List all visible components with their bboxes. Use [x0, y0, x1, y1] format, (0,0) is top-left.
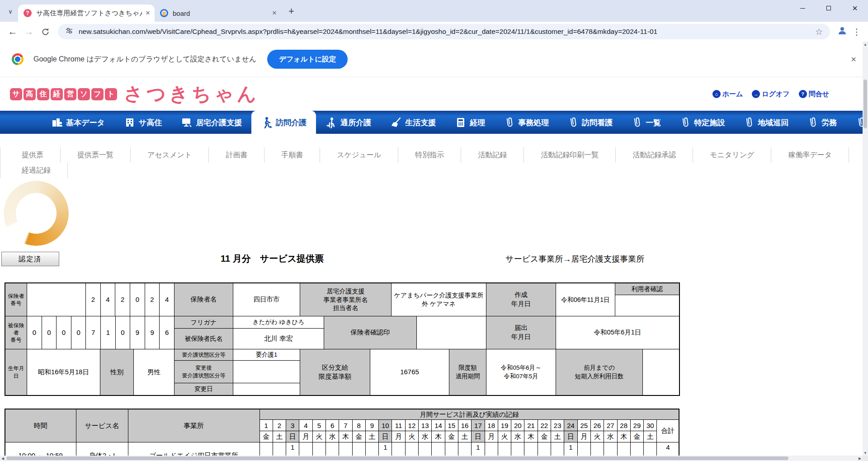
subnav-assessment[interactable]: アセスメント [131, 147, 209, 163]
browser-tab-satsukichan[interactable]: ? サ高住専用経営ソフトさつきちゃん × [18, 5, 155, 22]
day-value-cell [498, 442, 511, 456]
subnav-teikyohyo-ichiran[interactable]: 提供票一覧 [61, 147, 131, 163]
day-value-cell [511, 442, 524, 456]
scroll-left-icon[interactable]: ◀ [0, 456, 5, 461]
day-weekday-cell: 土 [644, 431, 657, 442]
change-date-value [233, 383, 300, 395]
day-number-cell: 12 [405, 420, 418, 431]
day-number-cell: 1 [259, 420, 273, 431]
vertical-scrollbar-thumb[interactable] [863, 80, 867, 128]
row-service-name: 身体2・I [76, 442, 128, 456]
digit-cell: 1 [101, 316, 116, 349]
day-weekday-cell: 土 [458, 431, 471, 442]
loading-spinner [4, 181, 69, 246]
nav-item-houmon-kaigo[interactable]: 訪問介護 [251, 111, 316, 134]
subnav-katsudo-kiroku-insatsu[interactable]: 活動記録印刷一覧 [524, 147, 616, 163]
nav-item-tsusho-kaigo[interactable]: 通所介護 [316, 111, 381, 134]
set-default-button[interactable]: デフォルトに設定 [267, 50, 348, 69]
close-icon[interactable]: × [272, 9, 277, 18]
kebab-menu-icon[interactable]: ⋮ [850, 27, 863, 37]
nav-item-basic-data[interactable]: 基本データ [42, 111, 114, 134]
url-text[interactable]: new.satsukichan.com/web/VisitCare/Cphead… [79, 28, 811, 36]
logoff-link[interactable]: →ログオフ [752, 90, 789, 99]
subnav-keika-kiroku[interactable]: 経過記録 [5, 163, 68, 178]
inquiry-link[interactable]: ?問合せ [799, 90, 829, 99]
nav-label: 地域巡回 [758, 118, 788, 128]
tune-icon[interactable] [65, 27, 73, 37]
vertical-scrollbar[interactable]: ▲ ▼ [863, 42, 868, 456]
nav-item-roumu[interactable]: 労務 [798, 111, 846, 134]
gender-label: 性別 [100, 349, 134, 395]
scroll-right-icon[interactable]: ▶ [857, 456, 863, 461]
back-icon[interactable]: ← [5, 24, 21, 40]
day-weekday-cell: 水 [604, 431, 617, 442]
page-content: 提供票 提供票一覧 アセスメント 計画書 手順書 スケジュール 特別指示 活動記… [0, 134, 863, 461]
day-value-cell [352, 442, 365, 456]
insurer-name-value: 四日市市 [233, 283, 300, 316]
scroll-down-icon[interactable]: ▼ [863, 450, 868, 456]
nav-item-chiiki-junkai[interactable]: 地域巡回 [734, 111, 798, 134]
horizontal-scrollbar-thumb[interactable] [6, 456, 788, 460]
care-level-label: 要介護状態区分等 [175, 349, 233, 361]
nav-item-jimu-shori[interactable]: 事務処理 [495, 111, 558, 134]
header-links: ⌂ホーム →ログオフ ?問合せ [712, 90, 829, 99]
close-window-button[interactable]: × [842, 0, 868, 16]
subnav-keikakusho[interactable]: 計画書 [209, 147, 264, 163]
maximize-button[interactable] [816, 0, 842, 16]
day-number-cell: 21 [524, 420, 538, 431]
day-weekday-cell: 月 [299, 431, 312, 442]
day-weekday-cell: 木 [432, 431, 445, 442]
subnav-katsudo-kiroku-shonin[interactable]: 活動記録承認 [616, 147, 693, 163]
change-date-label: 変更日 [175, 383, 233, 395]
day-number-cell: 19 [498, 420, 511, 431]
logo-text: さつきちゃん [124, 85, 259, 103]
nav-item-sakoju[interactable]: サ高住 [114, 111, 171, 134]
horizontal-scrollbar[interactable]: ◀ ▶ [0, 456, 863, 461]
chevron-down-icon[interactable]: ∨ [4, 3, 17, 20]
url-bar[interactable]: new.satsukichan.com/web/VisitCare/Cphead… [58, 24, 830, 39]
digit-cell: 9 [130, 316, 145, 349]
insurer-number-blank [27, 283, 86, 316]
subnav-katsudo-kiroku[interactable]: 活動記録 [461, 147, 524, 163]
approved-status-button[interactable]: 認定済 [1, 252, 59, 266]
subnav-schedule[interactable]: スケジュール [320, 147, 398, 163]
forward-icon[interactable]: → [21, 24, 37, 40]
day-weekday-cell: 土 [365, 431, 378, 442]
subnav-tokubetsu-shiji[interactable]: 特別指示 [398, 147, 461, 163]
digit-cell: 7 [86, 316, 101, 349]
insured-name-labels: フリガナ 被保険者氏名 [175, 316, 233, 349]
subnav-teikyohyo[interactable]: 提供票 [5, 147, 61, 163]
nav-item-seikatsu-shien[interactable]: 生活支援 [381, 111, 445, 134]
nav-item-tokutei-shisetsu[interactable]: 特定施設 [670, 111, 734, 134]
subnav-kadoritsu-data[interactable]: 稼働率データ [771, 147, 849, 163]
home-link[interactable]: ⌂ホーム [712, 90, 743, 99]
subnav-tejunsho[interactable]: 手順書 [264, 147, 320, 163]
profile-avatar-icon[interactable] [835, 25, 850, 38]
browser-tab-board[interactable]: board × [155, 5, 281, 22]
nav-label: 通所介護 [340, 118, 371, 128]
bookmark-star-icon[interactable]: ☆ [815, 27, 823, 37]
digit-cell: 0 [71, 316, 86, 349]
scroll-up-icon[interactable]: ▲ [863, 42, 868, 47]
nav-item-keiri[interactable]: 経理 [445, 111, 495, 134]
close-icon[interactable]: × [146, 9, 150, 18]
day-value-cell: 1 [472, 442, 485, 456]
insurer-number-label: 保険者 番号 [5, 283, 27, 316]
close-icon[interactable]: × [851, 54, 856, 65]
minimize-button[interactable] [789, 0, 816, 16]
prev-month-label: 前月までの 短期入所利用日数 [556, 349, 643, 395]
nav-item-ichiran[interactable]: 一覧 [622, 111, 670, 134]
subnav-monitoring[interactable]: モニタリング [693, 147, 771, 163]
day-value-cell [458, 442, 471, 456]
page-title: 11 月分 サービス提供票 [221, 253, 324, 265]
digit-cell: 0 [57, 316, 71, 349]
satsukichan-logo: サ 高 住 経 営 ソ フ ト さつきちゃん [10, 85, 259, 103]
browser-tab-bar: ∨ ? サ高住専用経営ソフトさつきちゃん × board × + × [0, 0, 868, 22]
monitor-icon [181, 117, 193, 128]
reload-icon[interactable] [37, 24, 53, 40]
new-tab-button[interactable]: + [288, 5, 294, 17]
day-weekday-cell: 木 [617, 431, 630, 442]
nav-item-kyotaku-kaigo-shien[interactable]: 居宅介護支援 [171, 111, 251, 134]
nav-item-houmon-kango[interactable]: 訪問看護 [558, 111, 622, 134]
digit-cell: 0 [27, 316, 42, 349]
